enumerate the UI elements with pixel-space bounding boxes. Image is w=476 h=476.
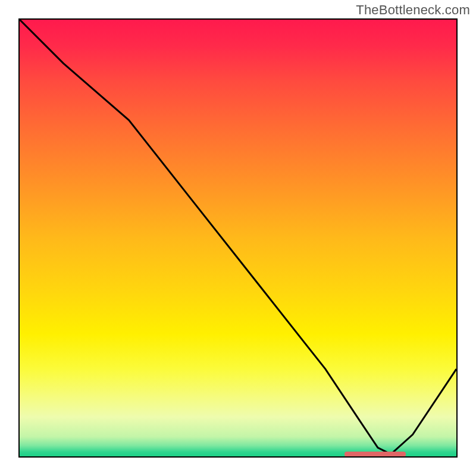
chart-svg xyxy=(20,20,456,456)
watermark-label: TheBottleneck.com xyxy=(356,2,470,18)
chart-container: TheBottleneck.com xyxy=(0,0,476,476)
plot-area xyxy=(18,18,458,458)
gradient-background xyxy=(20,20,456,456)
minimum-marker-dash xyxy=(345,452,406,457)
